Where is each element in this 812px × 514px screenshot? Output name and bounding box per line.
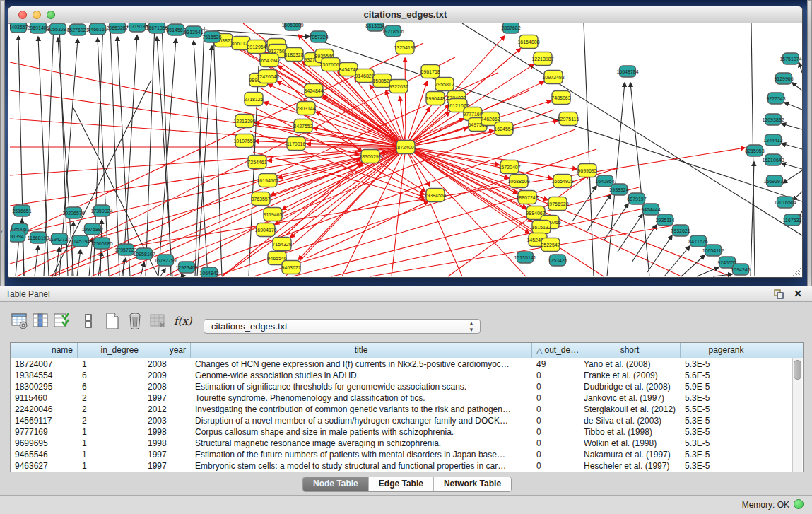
select-columns-icon[interactable] [52,312,71,330]
column-header-title[interactable]: title [191,343,532,358]
network-node[interactable]: 15135141 [514,252,536,263]
network-node[interactable]: 7955812 [435,78,454,91]
network-node[interactable]: 16654923 [551,175,573,188]
cell-in_degree[interactable]: 2 [78,404,143,415]
network-node[interactable]: 16543942 [258,54,280,67]
table-row[interactable]: 1872400712008Changes of HCN gene express… [11,358,803,370]
cell-in_degree[interactable]: 6 [78,370,143,381]
cell-pagerank[interactable]: 5.6E-5 [681,370,772,381]
network-node[interactable]: 2718126 [244,93,263,106]
network-node[interactable]: 2522547 [541,238,560,252]
network-node[interactable]: 9313541 [184,26,203,37]
cell-pagerank[interactable]: 5.3E-5 [681,449,772,460]
column-header-pagerank[interactable]: pagerank [681,343,772,358]
tab-network-table[interactable]: Network Table [434,477,511,491]
cell-in_degree[interactable]: 1 [78,449,143,460]
cell-short[interactable]: Franke et al. (2009) [579,370,681,381]
network-node[interactable]: 1145194 [71,235,90,247]
cell-in_degree[interactable]: 2 [78,415,143,426]
network-node[interactable]: 20206576 [62,207,84,218]
cell-short[interactable]: Stergiakouli et al. (2012) [579,404,681,415]
cell-out_de[interactable]: 0 [532,460,579,472]
collapse-arrow-icon[interactable]: ‹ [1,229,3,235]
network-node[interactable]: 2803144 [296,102,315,115]
cell-year[interactable]: 1998 [143,438,191,449]
network-node[interactable]: 1624554 [494,122,513,136]
cell-year[interactable]: 2008 [143,358,191,370]
network-node[interactable]: 16671358 [146,23,167,33]
network-node[interactable]: 7932621 [671,225,690,236]
network-node[interactable]: 8912954 [247,40,266,54]
cell-out_de[interactable]: 0 [532,404,579,415]
network-node[interactable]: 12213987 [531,52,553,66]
network-node[interactable]: 8514561 [166,24,185,35]
cell-name[interactable]: 18300295 [11,381,78,392]
close-panel-icon[interactable]: ✕ [794,288,802,299]
table-row[interactable]: 1456911722003Disruption of a novel membe… [11,415,803,426]
network-node[interactable]: 16782759 [154,255,176,266]
scrollbar-thumb[interactable] [794,360,801,380]
cell-name[interactable]: 9115460 [11,392,78,404]
cell-out_de[interactable]: 49 [532,358,579,370]
cell-pagerank[interactable]: 5.3E-5 [681,392,772,404]
network-node[interactable]: 19384554 [424,189,446,202]
row-tools-icon[interactable] [79,312,98,330]
network-node[interactable]: 12505185 [90,238,112,249]
cell-year[interactable]: 1997 [143,460,191,472]
cell-year[interactable]: 2008 [143,381,191,392]
column-header-out_de[interactable]: △out_de… [532,343,579,358]
delete-rows-icon[interactable] [126,312,144,330]
network-node[interactable]: 15720407 [498,160,520,174]
cell-title[interactable]: Structural magnetic resonance image aver… [191,438,532,449]
cell-year[interactable]: 1997 [143,449,191,460]
cell-title[interactable]: Tourette syndrome. Phenomenology and cla… [191,392,532,404]
network-node[interactable]: 11568193 [28,232,49,243]
network-node[interactable]: 22420046 [257,70,278,83]
network-node[interactable]: 20691406 [27,23,49,33]
cell-name[interactable]: 9777169 [11,426,78,438]
cell-year[interactable]: 2012 [143,404,191,415]
table-row[interactable]: 2242004622012Investigating the contribut… [11,404,803,415]
network-node[interactable]: 12213399 [233,115,255,128]
tab-edge-table[interactable]: Edge Table [369,477,434,491]
right-panel-strip[interactable] [807,0,812,286]
network-node[interactable]: 7515526 [202,31,221,42]
cell-pagerank[interactable]: 5.5E-5 [681,404,772,415]
cell-name[interactable]: 14569117 [11,415,78,426]
table-settings-icon[interactable] [11,312,29,330]
network-canvas[interactable]: 7663822866012889129541422605891275081654… [10,23,802,277]
cell-title[interactable]: Genome-wide association studies in ADHD. [191,370,532,381]
new-table-icon[interactable] [103,312,122,330]
network-node[interactable]: 16210643 [762,154,784,165]
network-node[interactable]: 16904170 [254,223,276,237]
network-node[interactable]: 5938924 [609,184,628,195]
network-node[interactable]: 9322037 [389,80,408,93]
network-node-hub[interactable]: 18724007 [394,141,416,154]
cell-pagerank[interactable]: 5.3E-5 [681,426,772,438]
cell-year[interactable]: 2009 [143,370,191,381]
cell-name[interactable]: 9465546 [11,449,78,460]
network-node[interactable]: 8763557 [251,192,270,206]
network-node[interactable]: 10719185 [126,23,148,32]
cell-short[interactable]: Hescheler et al. (1997) [579,460,681,472]
network-node[interactable]: 11942737 [49,233,71,245]
show-columns-icon[interactable] [31,312,49,330]
network-node[interactable]: 7254461 [247,156,266,169]
network-node[interactable]: 1403557 [10,23,28,33]
network-node[interactable]: 10973493 [542,71,564,84]
cell-in_degree[interactable]: 6 [78,381,143,392]
column-header-name[interactable]: name [11,343,78,358]
cell-title[interactable]: Embryonic stem cells: a model to study s… [191,460,532,472]
tab-node-table[interactable]: Node Table [303,477,369,491]
table-row[interactable]: 946362711997Embryonic stem cells: a mode… [11,460,803,472]
network-node[interactable]: 16053809 [281,23,303,30]
cell-title[interactable]: Disruption of a novel member of a sodium… [191,415,532,426]
network-node[interactable]: 10958107 [133,248,155,259]
cell-out_de[interactable]: 0 [532,381,579,392]
cell-short[interactable]: Tibbo et al. (1998) [579,426,681,438]
resize-grip-icon[interactable] [793,268,801,276]
cell-short[interactable]: Nakamura et al. (1997) [579,449,681,460]
left-panel-strip[interactable]: ‹ [0,0,5,286]
network-node[interactable]: 15692971 [763,175,785,187]
cell-out_de[interactable]: 0 [532,438,579,449]
